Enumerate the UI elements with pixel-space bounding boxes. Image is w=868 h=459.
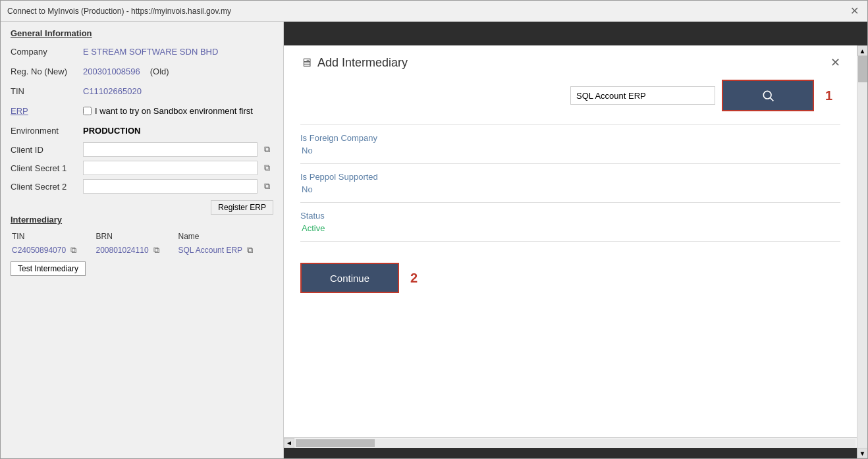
reg-no-old-label: (Old) bbox=[150, 67, 169, 76]
is-foreign-company-label: Is Foreign Company bbox=[300, 133, 840, 143]
client-id-row: Client ID ⧉ bbox=[11, 142, 273, 157]
scroll-left-button[interactable]: ◄ bbox=[284, 438, 294, 448]
company-value: E STREAM SOFTWARE SDN BHD bbox=[83, 47, 218, 57]
reg-no-label: Reg. No (New) bbox=[11, 67, 83, 76]
search-area: 1 bbox=[300, 80, 840, 111]
search-icon bbox=[761, 89, 774, 102]
intermediary-title: Intermediary bbox=[11, 215, 273, 225]
continue-button-wrapper: Continue 2 bbox=[300, 263, 399, 293]
search-input[interactable] bbox=[570, 86, 715, 105]
intermediary-name-cell: SQL Account ERP ⧉ bbox=[176, 243, 273, 257]
divider-2 bbox=[300, 163, 840, 164]
modal-close-button[interactable]: ✕ bbox=[830, 55, 840, 70]
intermediary-section: Intermediary TIN BRN Name C24050894070 bbox=[11, 215, 273, 276]
horizontal-scroll-track bbox=[296, 439, 855, 447]
scroll-down-button[interactable]: ▼ bbox=[857, 448, 868, 458]
name-copy-icon[interactable]: ⧉ bbox=[247, 245, 253, 255]
client-secret2-input[interactable] bbox=[83, 179, 258, 194]
erp-row: ERP I want to try on Sandbox environment… bbox=[11, 103, 273, 119]
scroll-up-button[interactable]: ▲ bbox=[857, 45, 868, 56]
tin-copy-icon[interactable]: ⧉ bbox=[70, 245, 76, 255]
register-erp-button[interactable]: Register ERP bbox=[211, 200, 273, 215]
is-peppol-supported-section: Is Peppol Supported No bbox=[300, 172, 840, 194]
main-content: General Information Company E STREAM SOF… bbox=[1, 22, 867, 458]
intermediary-name-value: SQL Account ERP bbox=[178, 246, 242, 255]
sandbox-label: I want to try on Sandbox environment fir… bbox=[95, 106, 253, 116]
bottom-dark-bar bbox=[284, 448, 867, 458]
company-row: Company E STREAM SOFTWARE SDN BHD bbox=[11, 43, 273, 59]
client-secret1-label: Client Secret 1 bbox=[11, 163, 83, 173]
left-panel: General Information Company E STREAM SOF… bbox=[1, 22, 284, 458]
tin-value: C11102665020 bbox=[83, 86, 142, 96]
table-row: C24050894070 ⧉ 200801024110 ⧉ SQL Accoun… bbox=[11, 243, 273, 257]
status-value: Active bbox=[300, 223, 840, 233]
svg-point-0 bbox=[763, 91, 771, 99]
is-foreign-company-section: Is Foreign Company No bbox=[300, 133, 840, 155]
search-button-wrapper: 1 bbox=[722, 80, 814, 111]
is-foreign-company-value: No bbox=[300, 146, 840, 155]
is-peppol-supported-label: Is Peppol Supported bbox=[300, 172, 840, 182]
is-peppol-supported-value: No bbox=[300, 184, 840, 194]
sandbox-checkbox[interactable] bbox=[83, 107, 92, 115]
environment-label: Environment bbox=[11, 126, 83, 136]
divider-3 bbox=[300, 202, 840, 203]
intermediary-tin-value: C24050894070 bbox=[12, 246, 66, 255]
sandbox-checkbox-row: I want to try on Sandbox environment fir… bbox=[83, 106, 253, 116]
client-id-label: Client ID bbox=[11, 145, 83, 155]
modal-content: 🖥 Add Intermediary ✕ bbox=[284, 45, 857, 437]
svg-line-1 bbox=[771, 98, 774, 101]
modal-header: 🖥 Add Intermediary ✕ bbox=[300, 55, 840, 70]
client-secret1-copy-icon[interactable]: ⧉ bbox=[260, 161, 273, 175]
modal-title: 🖥 Add Intermediary bbox=[300, 56, 408, 70]
horizontal-scroll-thumb[interactable] bbox=[296, 439, 375, 447]
search-button[interactable] bbox=[722, 80, 814, 111]
environment-row: Environment PRODUCTION bbox=[11, 122, 273, 138]
intermediary-brn-value: 200801024110 bbox=[95, 246, 148, 255]
brn-column-header: BRN bbox=[94, 230, 176, 243]
right-panel: ▲ ▼ 🖥 Add Intermediary ✕ bbox=[284, 22, 867, 458]
test-intermediary-button[interactable]: Test Intermediary bbox=[11, 261, 86, 276]
client-secret2-row: Client Secret 2 ⧉ bbox=[11, 179, 273, 194]
reg-no-value: 200301008596 bbox=[83, 67, 140, 76]
main-window: Connect to MyInvois (Production) - https… bbox=[0, 0, 868, 459]
step1-label: 1 bbox=[825, 88, 832, 103]
status-section: Status Active bbox=[300, 211, 840, 233]
company-label: Company bbox=[11, 47, 83, 57]
brn-copy-icon[interactable]: ⧉ bbox=[153, 245, 159, 255]
tin-label: TIN bbox=[11, 86, 83, 96]
client-secret2-copy-icon[interactable]: ⧉ bbox=[260, 180, 273, 193]
window-title: Connect to MyInvois (Production) - https… bbox=[7, 7, 231, 16]
modal-title-text: Add Intermediary bbox=[317, 56, 408, 70]
horizontal-scrollbar: ◄ ► bbox=[284, 437, 867, 448]
tin-column-header: TIN bbox=[11, 230, 94, 243]
table-header-row: TIN BRN Name bbox=[11, 230, 273, 243]
step2-label: 2 bbox=[410, 271, 418, 286]
title-bar: Connect to MyInvois (Production) - https… bbox=[1, 1, 867, 22]
intermediary-brn-cell: 200801024110 ⧉ bbox=[94, 243, 176, 257]
continue-button[interactable]: Continue bbox=[300, 263, 399, 293]
erp-label: ERP bbox=[11, 106, 83, 116]
name-column-header: Name bbox=[176, 230, 273, 243]
status-label: Status bbox=[300, 211, 840, 221]
intermediary-table: TIN BRN Name C24050894070 ⧉ 200 bbox=[11, 230, 273, 257]
intermediary-tin-cell: C24050894070 ⧉ bbox=[11, 243, 94, 257]
vertical-scrollbar: ▲ ▼ bbox=[857, 45, 867, 458]
client-secret1-input[interactable] bbox=[83, 161, 258, 175]
client-secret1-row: Client Secret 1 ⧉ bbox=[11, 161, 273, 175]
divider-1 bbox=[300, 124, 840, 125]
general-info-title: General Information bbox=[11, 28, 273, 38]
divider-4 bbox=[300, 241, 840, 242]
modal-overlay: ▲ ▼ 🖥 Add Intermediary ✕ bbox=[284, 45, 867, 458]
monitor-icon: 🖥 bbox=[300, 56, 312, 70]
tin-row: TIN C11102665020 bbox=[11, 83, 273, 99]
environment-value: PRODUCTION bbox=[83, 126, 140, 136]
client-id-copy-icon[interactable]: ⧉ bbox=[260, 143, 273, 156]
window-close-button[interactable]: ✕ bbox=[848, 5, 861, 18]
reg-no-row: Reg. No (New) 200301008596 (Old) bbox=[11, 63, 273, 79]
top-dark-bar bbox=[284, 22, 867, 45]
client-id-input[interactable] bbox=[83, 142, 258, 157]
client-secret2-label: Client Secret 2 bbox=[11, 182, 83, 192]
